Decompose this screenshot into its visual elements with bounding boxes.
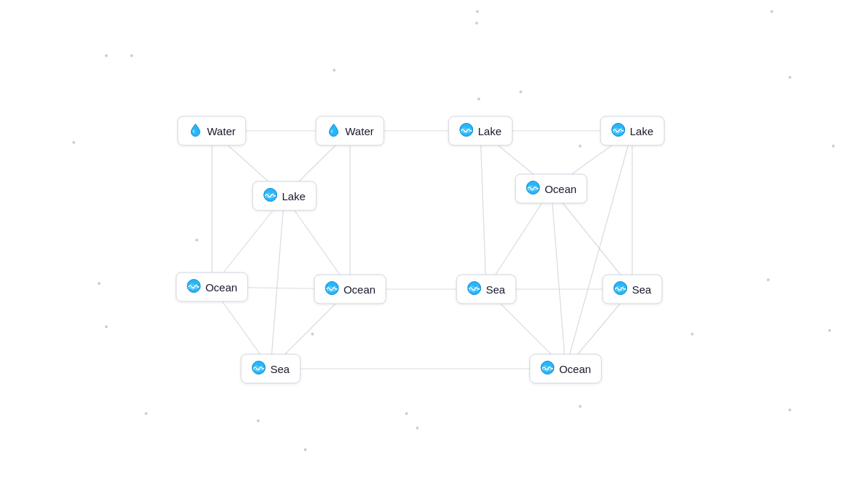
graph-node-sea1[interactable]: Sea xyxy=(456,275,516,304)
graph-node-lake2[interactable]: Lake xyxy=(600,116,665,146)
graph-edges xyxy=(0,0,868,488)
graph-node-ocean4[interactable]: Ocean xyxy=(529,354,602,384)
wave-icon xyxy=(540,361,555,377)
decorative-dot xyxy=(832,145,835,147)
wave-icon xyxy=(263,188,278,205)
decorative-dot xyxy=(788,408,791,411)
svg-line-8 xyxy=(480,131,486,289)
node-label: Sea xyxy=(486,283,506,296)
decorative-dot xyxy=(304,448,307,451)
decorative-dot xyxy=(105,54,108,57)
graph-node-sea3[interactable]: Sea xyxy=(241,354,301,384)
decorative-dot xyxy=(691,333,694,335)
graph-node-ocean1[interactable]: Ocean xyxy=(515,174,587,204)
decorative-dot xyxy=(195,239,198,241)
graph-node-water1[interactable]: Water xyxy=(177,116,246,146)
svg-line-11 xyxy=(566,131,632,369)
wave-icon xyxy=(187,279,201,296)
wave-icon xyxy=(325,281,339,298)
node-label: Water xyxy=(345,125,373,137)
svg-line-17 xyxy=(551,189,566,369)
decorative-dot xyxy=(130,54,133,57)
graph-node-lake3[interactable]: Lake xyxy=(252,181,317,211)
decorative-dot xyxy=(770,10,773,13)
decorative-dot xyxy=(579,405,582,408)
decorative-dot xyxy=(476,10,479,13)
decorative-dot xyxy=(828,329,831,332)
decorative-dot xyxy=(72,141,75,144)
wave-icon xyxy=(611,123,626,140)
decorative-dot xyxy=(579,145,582,147)
decorative-dot xyxy=(788,76,791,79)
decorative-dot xyxy=(475,22,478,25)
svg-line-14 xyxy=(271,196,284,369)
node-label: Sea xyxy=(632,283,652,296)
graph-node-water2[interactable]: Water xyxy=(315,116,384,146)
decorative-dot xyxy=(519,90,522,93)
wave-icon xyxy=(459,123,474,140)
graph-node-lake1[interactable]: Lake xyxy=(448,116,513,146)
node-label: Water xyxy=(207,125,235,137)
decorative-dot xyxy=(477,98,480,100)
decorative-dot xyxy=(98,282,101,285)
wave-icon xyxy=(526,181,540,197)
node-label: Sea xyxy=(271,363,290,375)
graph-node-sea2[interactable]: Sea xyxy=(603,275,663,304)
decorative-dot xyxy=(311,333,314,335)
node-label: Lake xyxy=(282,190,306,202)
wave-icon xyxy=(467,281,482,298)
decorative-dot xyxy=(767,278,770,281)
node-label: Ocean xyxy=(545,183,576,195)
graph-node-ocean3[interactable]: Ocean xyxy=(314,275,386,304)
decorative-dot xyxy=(333,69,336,72)
water-drop-icon xyxy=(326,123,341,140)
decorative-dot xyxy=(257,419,260,422)
node-label: Ocean xyxy=(559,363,591,375)
water-drop-icon xyxy=(188,123,203,140)
node-label: Lake xyxy=(478,125,502,137)
node-label: Ocean xyxy=(344,283,375,296)
decorative-dot xyxy=(416,427,419,429)
decorative-dot xyxy=(105,325,108,328)
decorative-dot xyxy=(405,412,408,415)
graph-node-ocean2[interactable]: Ocean xyxy=(176,273,248,302)
wave-icon xyxy=(613,281,628,298)
node-label: Ocean xyxy=(205,281,237,294)
decorative-dot xyxy=(145,412,148,415)
node-label: Lake xyxy=(630,125,654,137)
wave-icon xyxy=(252,361,266,377)
